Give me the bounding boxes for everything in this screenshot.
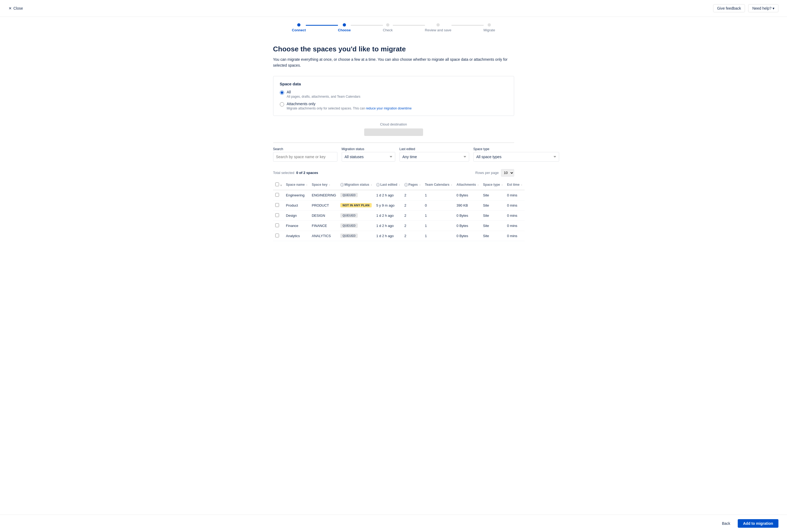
option-all-desc: All pages, drafts, attachments, and Team…: [287, 95, 360, 98]
last-edited-filter-group: Last edited Any time Last 7 days Last 30…: [400, 147, 469, 162]
sort-icon-key: ↕: [329, 183, 330, 186]
help-button[interactable]: Need help? ▾: [748, 4, 779, 12]
th-last-edited[interactable]: iLast edited ↕: [374, 180, 402, 190]
connector-2: [351, 25, 383, 26]
th-pages[interactable]: iPages ↕: [402, 180, 423, 190]
row-checkbox[interactable]: [275, 234, 279, 237]
search-label: Search: [273, 147, 337, 151]
sort-icon-name: ↕: [306, 183, 307, 186]
option-attachments-desc: Migrate attachments only for selected sp…: [287, 107, 412, 110]
migration-downtime-link[interactable]: reduce your migration downtime: [366, 107, 411, 110]
spaces-table: ▾ Space name ↕ Space key ↕ iMigration st…: [273, 180, 525, 241]
cell-migration-status: QUEUED: [338, 221, 374, 231]
option-attachments[interactable]: Attachments only Migrate attachments onl…: [280, 102, 507, 110]
row-checkbox[interactable]: [275, 193, 279, 197]
th-space-key[interactable]: Space key ↕: [310, 180, 338, 190]
row-checkbox[interactable]: [275, 203, 279, 207]
cell-est-time: 0 mins: [505, 200, 525, 210]
info-icon-pages: i: [404, 183, 408, 186]
step-review: Review and save: [425, 23, 451, 32]
sort-icon-type: ↕: [502, 183, 503, 186]
step-label-check: Check: [383, 28, 393, 32]
page-title: Choose the spaces you'd like to migrate: [273, 45, 514, 53]
status-badge: QUEUED: [340, 213, 358, 218]
cell-team-calendars: 1: [423, 210, 454, 221]
th-space-name[interactable]: Space name ↕: [284, 180, 310, 190]
table-head: ▾ Space name ↕ Space key ↕ iMigration st…: [273, 180, 525, 190]
cell-space-name: Product: [284, 200, 310, 210]
migration-status-label: Migration status: [342, 147, 395, 151]
space-data-options: All All pages, drafts, attachments, and …: [280, 90, 507, 110]
cell-pages: 2: [402, 200, 423, 210]
th-est-time[interactable]: Est time ↕: [505, 180, 525, 190]
step-connect: Connect: [292, 23, 306, 32]
row-checkbox-cell: [273, 200, 284, 210]
rows-per-page-select[interactable]: 10 25 50: [501, 169, 514, 177]
cell-space-name: Design: [284, 210, 310, 221]
cell-space-type: Site: [481, 221, 505, 231]
th-team-calendars[interactable]: Team Calendars ↕: [423, 180, 454, 190]
option-all[interactable]: All All pages, drafts, attachments, and …: [280, 90, 507, 98]
sort-chevron-icon: ▾: [280, 184, 282, 187]
cell-last-edited: 1 d 2 h ago: [374, 210, 402, 221]
last-edited-select[interactable]: Any time Last 7 days Last 30 days Last 9…: [400, 152, 469, 162]
cell-space-key: FINANCE: [310, 221, 338, 231]
filters-section: Search Migration status All statuses Que…: [273, 142, 514, 166]
row-checkbox[interactable]: [275, 223, 279, 227]
radio-all[interactable]: [280, 90, 284, 95]
main-content: Choose the spaces you'd like to migrate …: [268, 37, 519, 241]
connector-3: [393, 25, 425, 26]
step-choose: Choose: [338, 23, 351, 32]
status-badge: QUEUED: [340, 193, 358, 197]
row-checkbox[interactable]: [275, 213, 279, 217]
cell-last-edited: 1 d 2 h ago: [374, 190, 402, 200]
space-data-card: Space data All All pages, drafts, attach…: [273, 76, 514, 116]
cell-team-calendars: 1: [423, 231, 454, 241]
cell-space-type: Site: [481, 210, 505, 221]
table-header-row: ▾ Space name ↕ Space key ↕ iMigration st…: [273, 180, 525, 190]
cell-migration-status: QUEUED: [338, 231, 374, 241]
status-badge: QUEUED: [340, 234, 358, 238]
cell-last-edited: 1 d 2 h ago: [374, 231, 402, 241]
cell-pages: 2: [402, 231, 423, 241]
select-all-checkbox[interactable]: [275, 182, 279, 186]
step-dot-review: [437, 23, 440, 26]
cell-migration-status: QUEUED: [338, 190, 374, 200]
migration-status-select[interactable]: All statuses Queued Not in any plan: [342, 152, 395, 162]
th-attachments[interactable]: Attachments ↕: [454, 180, 481, 190]
sort-icon-calendars: ↕: [451, 183, 452, 186]
cell-space-type: Site: [481, 231, 505, 241]
cell-pages: 2: [402, 190, 423, 200]
cell-space-key: ENGINEERING: [310, 190, 338, 200]
th-migration-status[interactable]: iMigration status ↕: [338, 180, 374, 190]
option-all-label: All: [287, 90, 360, 94]
cell-attachments: 0 Bytes: [454, 210, 481, 221]
cell-pages: 2: [402, 210, 423, 221]
cell-last-edited: 5 y 9 m ago: [374, 200, 402, 210]
th-space-type[interactable]: Space type ↕: [481, 180, 505, 190]
step-dot-connect: [297, 23, 300, 26]
cell-migration-status: NOT IN ANY PLAN: [338, 200, 374, 210]
step-dot-check: [386, 23, 389, 26]
step-dot-choose: [343, 23, 346, 26]
cloud-destination-section: Cloud destination: [273, 122, 514, 142]
connector-1: [306, 25, 338, 26]
space-type-select[interactable]: All space types Site Personal: [473, 152, 559, 162]
cell-space-name: Engineering: [284, 190, 310, 200]
sort-icon-status: ↕: [370, 183, 372, 186]
rows-per-page: Rows per page 10 25 50: [475, 169, 514, 177]
info-icon-edited: i: [376, 183, 380, 186]
th-select-all[interactable]: ▾: [273, 180, 284, 190]
search-input[interactable]: [273, 152, 337, 162]
sort-icon-pages: ↕: [419, 183, 421, 186]
table-meta: Total selected 0 of 2 spaces Rows per pa…: [273, 166, 514, 180]
cell-migration-status: QUEUED: [338, 210, 374, 221]
cell-est-time: 0 mins: [505, 231, 525, 241]
radio-attachments[interactable]: [280, 102, 284, 107]
close-button[interactable]: ✕ Close: [8, 6, 23, 10]
step-label-review: Review and save: [425, 28, 451, 32]
feedback-button[interactable]: Give feedback: [713, 4, 745, 12]
option-attachments-label: Attachments only: [287, 102, 412, 106]
steps-row: Connect Choose Check Review and save Mig…: [292, 23, 495, 32]
chevron-down-icon: ▾: [772, 6, 774, 10]
